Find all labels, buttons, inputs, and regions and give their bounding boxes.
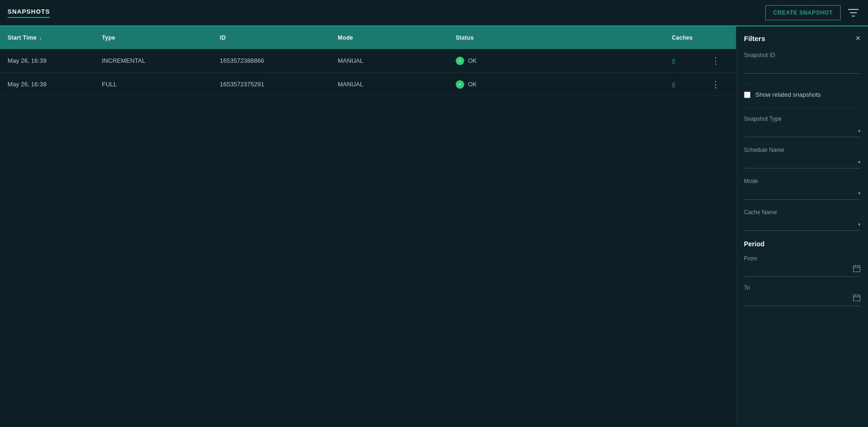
cell-id-1: 1653572375291 [220,81,338,88]
snapshot-type-label: Snapshot Type [744,116,860,122]
status-ok-icon-1: ✓ [456,80,464,89]
snapshot-id-input[interactable] [744,60,860,74]
cache-name-field: Cache Name ▾ [744,209,860,231]
cell-status-1: ✓ OK [456,80,672,89]
cell-start-time-0: May 26, 16:39 [8,57,102,64]
snapshot-id-field: Snapshot ID [744,52,860,74]
divider-1 [744,83,860,84]
caches-link-1[interactable]: 4 [672,81,675,88]
col-header-mode: Mode [338,34,456,41]
cell-caches-0: 4 [672,57,709,64]
col-header-id: ID [220,34,338,41]
col-mode-label: Mode [338,34,353,41]
mode-field: Mode MANUAL SCHEDULED ▾ [744,178,860,200]
to-calendar-icon[interactable] [853,294,860,303]
to-input-row [744,293,860,306]
col-caches-label: Caches [672,34,693,41]
schedule-name-label: Schedule Name [744,147,860,153]
from-calendar-icon[interactable] [853,265,860,274]
row-more-button-1[interactable]: ⋮ [709,77,722,92]
toolbar-left: SNAPSHOTS [8,8,50,18]
svg-rect-7 [853,295,860,301]
filters-title: Filters [744,34,765,42]
schedule-name-field: Schedule Name ▾ [744,147,860,168]
show-related-label[interactable]: Show related snapshots [755,91,821,98]
col-status-label: Status [456,34,474,41]
filter-icon [848,8,859,17]
sort-desc-icon: ↓ [39,35,42,41]
mode-select[interactable]: MANUAL SCHEDULED [744,186,860,200]
cell-actions-0: ⋮ [709,54,728,68]
from-input-row [744,264,860,277]
snapshot-id-label: Snapshot ID [744,52,860,59]
to-date-input[interactable] [744,293,853,304]
table-area: Start Time ↓ Type ID Mode Status Caches … [0,26,736,427]
cell-status-text-1: OK [468,81,477,88]
filters-header: Filters × [744,34,860,42]
schedule-name-wrapper: ▾ [744,155,860,168]
cell-mode-1: MANUAL [338,81,456,88]
cell-caches-1: 4 [672,81,709,88]
filters-panel: Filters × Snapshot ID Show related snaps… [736,26,868,427]
col-header-start-time[interactable]: Start Time ↓ [8,34,102,41]
cell-status-text-0: OK [468,57,477,64]
create-snapshot-button[interactable]: CREATE SNAPSHOT [765,5,841,20]
show-related-row: Show related snapshots [744,91,860,98]
cell-actions-1: ⋮ [709,77,728,92]
cell-status-0: ✓ OK [456,57,672,65]
cell-id-0: 1653572388866 [220,57,338,64]
col-header-caches: Caches [672,34,709,41]
toolbar-right: CREATE SNAPSHOT [765,5,860,20]
status-ok-icon-0: ✓ [456,57,464,65]
divider-2 [744,108,860,108]
mode-label: Mode [744,178,860,184]
cell-mode-0: MANUAL [338,57,456,64]
main-layout: Start Time ↓ Type ID Mode Status Caches … [0,26,868,427]
cache-name-wrapper: ▾ [744,218,860,231]
cell-type-1: FULL [102,81,220,88]
period-label: Period [744,240,860,248]
cache-name-select[interactable] [744,218,860,231]
snapshot-type-field: Snapshot Type FULL INCREMENTAL ▾ [744,116,860,137]
close-filters-button[interactable]: × [855,34,860,42]
from-date-field: From [744,255,860,277]
col-header-status: Status [456,34,672,41]
col-id-label: ID [220,34,226,41]
period-section: Period From [744,240,860,306]
table-header: Start Time ↓ Type ID Mode Status Caches [0,26,736,49]
to-label: To [744,285,860,291]
toolbar: SNAPSHOTS CREATE SNAPSHOT [0,0,868,26]
from-label: From [744,255,860,262]
cache-name-label: Cache Name [744,209,860,216]
show-related-checkbox[interactable] [744,92,751,98]
row-more-button-0[interactable]: ⋮ [709,54,722,68]
caches-link-0[interactable]: 4 [672,57,675,64]
from-date-input[interactable] [744,264,853,275]
filter-toggle-button[interactable] [846,7,860,19]
col-start-time-label: Start Time [8,34,36,41]
table-row: May 26, 16:39 INCREMENTAL 1653572388866 … [0,49,736,73]
cell-type-0: INCREMENTAL [102,57,220,64]
table-row: May 26, 16:39 FULL 1653572375291 MANUAL … [0,73,736,96]
mode-wrapper: MANUAL SCHEDULED ▾ [744,186,860,200]
to-date-field: To [744,285,860,306]
page-title: SNAPSHOTS [8,8,50,18]
col-type-label: Type [102,34,115,41]
svg-rect-3 [853,266,860,272]
snapshot-type-wrapper: FULL INCREMENTAL ▾ [744,124,860,137]
snapshot-type-select[interactable]: FULL INCREMENTAL [744,124,860,137]
cell-start-time-1: May 26, 16:39 [8,81,102,88]
schedule-name-select[interactable] [744,155,860,168]
col-header-type: Type [102,34,220,41]
